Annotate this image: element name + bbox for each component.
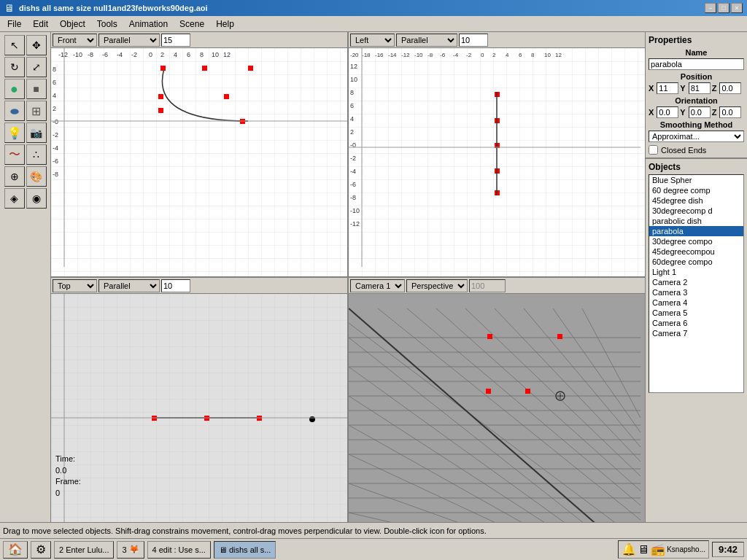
front-view-select[interactable]: FrontBackLeftRightTopBottom bbox=[53, 34, 97, 47]
object-list-item[interactable]: Camera 3 bbox=[649, 287, 743, 298]
object-list-item[interactable]: 60degree compo bbox=[649, 257, 743, 267]
task-lulu[interactable]: 2 Enter Lulu... bbox=[54, 541, 114, 559]
camera-view-select[interactable]: Camera 1Camera 2 bbox=[350, 279, 405, 292]
top-proj-select[interactable]: ParallelPerspective bbox=[98, 279, 160, 292]
position-row: X Y Z bbox=[649, 82, 744, 94]
svg-line-110 bbox=[349, 483, 553, 522]
name-input[interactable] bbox=[649, 58, 744, 70]
object-list-item[interactable]: Camera 6 bbox=[649, 318, 743, 328]
task-firefox[interactable]: 3 🦊 bbox=[117, 541, 144, 559]
camera-viewport-canvas[interactable] bbox=[349, 294, 645, 522]
light-tool[interactable]: 💡 bbox=[4, 122, 25, 143]
svg-line-102 bbox=[524, 308, 640, 447]
svg-point-79 bbox=[309, 416, 315, 422]
curve-tool[interactable]: 〜 bbox=[4, 144, 25, 165]
arrow-tool[interactable]: ↖ bbox=[4, 35, 25, 55]
svg-rect-1 bbox=[51, 48, 347, 276]
menu-tools[interactable]: Tools bbox=[93, 18, 122, 31]
svg-rect-28 bbox=[224, 94, 229, 99]
left-viewport-canvas[interactable]: -20 -18 -16 -14 -12 -10 -8 -6 -4 -2 0 2 … bbox=[349, 48, 645, 276]
closed-ends-checkbox[interactable] bbox=[649, 145, 658, 155]
cube-tool[interactable]: ■ bbox=[26, 79, 47, 99]
camera-tool[interactable]: 📷 bbox=[26, 122, 47, 143]
menu-edit[interactable]: Edit bbox=[28, 18, 53, 31]
tray-icon-1[interactable]: 🔔 bbox=[622, 542, 636, 556]
minimize-button[interactable]: − bbox=[705, 3, 716, 13]
object-list-item[interactable]: Light 1 bbox=[649, 267, 743, 277]
top-viewport-canvas[interactable] bbox=[51, 294, 347, 522]
svg-text:-14: -14 bbox=[388, 52, 397, 58]
move-tool[interactable]: ✥ bbox=[26, 35, 47, 55]
svg-rect-116 bbox=[525, 389, 530, 394]
svg-text:6: 6 bbox=[350, 102, 354, 109]
front-zoom-input[interactable] bbox=[161, 34, 190, 47]
svg-rect-27 bbox=[158, 94, 163, 99]
smoothing-select[interactable]: Approximat... bbox=[649, 131, 744, 142]
tray-icon-2[interactable]: 🖥 bbox=[638, 543, 649, 556]
points-tool[interactable]: ∴ bbox=[26, 144, 47, 165]
scale-tool[interactable]: ⤢ bbox=[26, 57, 47, 77]
object-list-item[interactable]: parabolic dish bbox=[649, 216, 743, 226]
object-list-item[interactable]: Camera 7 bbox=[649, 328, 743, 338]
front-proj-select[interactable]: ParallelPerspective bbox=[98, 34, 160, 47]
menu-file[interactable]: File bbox=[3, 18, 26, 31]
smoothing-row: Approximat... bbox=[649, 131, 744, 142]
tray-icon-3[interactable]: 📻 bbox=[651, 542, 665, 556]
menubar: File Edit Object Tools Animation Scene H… bbox=[0, 16, 747, 32]
object-list-item[interactable]: Camera 4 bbox=[649, 298, 743, 308]
task-dishs[interactable]: 🖥 dishs all s... bbox=[214, 541, 276, 559]
objects-panel: Objects Blue Spher60 degree comp45degree… bbox=[646, 159, 747, 396]
svg-text:0: 0 bbox=[149, 51, 152, 58]
menu-scene[interactable]: Scene bbox=[175, 18, 209, 31]
object-list-item[interactable]: Camera 5 bbox=[649, 308, 743, 318]
svg-rect-113 bbox=[487, 334, 492, 339]
svg-text:-8: -8 bbox=[427, 52, 433, 58]
cylinder-tool[interactable]: ⬬ bbox=[4, 101, 25, 121]
top-zoom-input[interactable] bbox=[161, 279, 190, 292]
left-view-select[interactable]: FrontBackLeftRightTopBottom bbox=[350, 34, 395, 47]
ori-x-input[interactable] bbox=[657, 106, 678, 118]
mesh-tool[interactable]: ⊞ bbox=[26, 101, 47, 121]
top-view-select[interactable]: FrontBackLeftRightTopBottom bbox=[53, 279, 97, 292]
object-list-item[interactable]: parabola bbox=[649, 226, 743, 236]
kde-button[interactable]: ⚙ bbox=[31, 541, 51, 559]
object-list-item[interactable]: Camera 2 bbox=[649, 277, 743, 287]
maximize-button[interactable]: □ bbox=[718, 3, 729, 13]
camera-zoom-input[interactable] bbox=[469, 279, 506, 292]
left-proj-select[interactable]: ParallelPerspective bbox=[396, 34, 457, 47]
material-tool[interactable]: ◈ bbox=[4, 188, 25, 209]
camera-proj-select[interactable]: ParallelPerspective bbox=[406, 279, 468, 292]
texture-tool[interactable]: 🎨 bbox=[26, 166, 47, 187]
pos-z-input[interactable] bbox=[719, 82, 741, 94]
svg-line-99 bbox=[436, 308, 640, 491]
task-num-1: 2 bbox=[59, 545, 63, 554]
object-list-item[interactable]: 45degreecompou bbox=[649, 246, 743, 257]
object-list-item[interactable]: 45degree dish bbox=[649, 195, 743, 206]
svg-text:-4: -4 bbox=[53, 144, 58, 152]
object-list-item[interactable]: Blue Spher bbox=[649, 175, 743, 185]
pos-x-input[interactable] bbox=[657, 82, 678, 94]
menu-help[interactable]: Help bbox=[212, 18, 239, 31]
objects-list[interactable]: Blue Spher60 degree comp45degree dish30d… bbox=[649, 174, 744, 393]
window-controls: − □ × bbox=[705, 3, 743, 13]
svg-text:4: 4 bbox=[350, 115, 354, 122]
rotate-tool[interactable]: ↻ bbox=[4, 57, 25, 77]
close-button[interactable]: × bbox=[731, 3, 743, 13]
properties-title: Properties bbox=[649, 35, 744, 45]
menu-object[interactable]: Object bbox=[55, 18, 90, 31]
front-viewport-canvas[interactable]: -12 -10 -8 -6 -4 -2 0 2 4 6 8 10 12 8 6 … bbox=[51, 48, 347, 276]
left-zoom-input[interactable] bbox=[459, 34, 488, 47]
menu-animation[interactable]: Animation bbox=[125, 18, 172, 31]
object-list-item[interactable]: 30degreecomp d bbox=[649, 206, 743, 216]
sphere-tool[interactable]: ● bbox=[4, 79, 25, 99]
start-button[interactable]: 🏠 bbox=[3, 541, 28, 559]
object-list-item[interactable]: 30degree compo bbox=[649, 236, 743, 246]
crosshair-tool[interactable]: ⊕ bbox=[4, 166, 25, 187]
object-list-item[interactable]: 60 degree comp bbox=[649, 185, 743, 195]
extra-tool[interactable]: ◉ bbox=[26, 188, 47, 209]
task-edit[interactable]: 4 edit : Use s... bbox=[147, 541, 211, 559]
name-section-title: Name bbox=[649, 48, 744, 57]
ori-y-input[interactable] bbox=[689, 106, 711, 118]
ori-z-input[interactable] bbox=[719, 106, 741, 118]
pos-y-input[interactable] bbox=[689, 82, 711, 94]
